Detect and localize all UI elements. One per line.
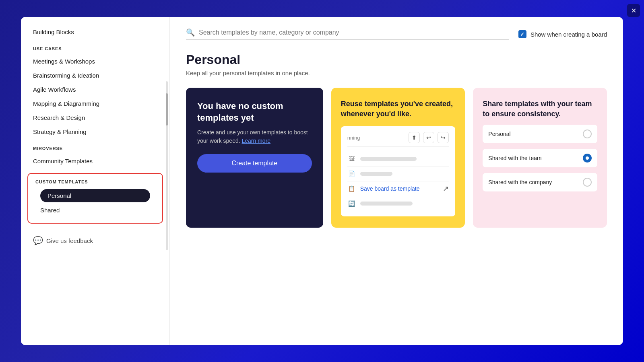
learn-more-link[interactable]: Learn more bbox=[242, 138, 271, 144]
sidebar-item-meetings[interactable]: Meetings & Workshops bbox=[21, 54, 169, 68]
custom-templates-label: CUSTOM TEMPLATES bbox=[34, 179, 157, 188]
card-dark-title: You have no custom templates yet bbox=[197, 101, 312, 123]
sidebar-item-building-blocks[interactable]: Building Blocks bbox=[21, 25, 169, 39]
feedback-icon: 💬 bbox=[33, 236, 43, 245]
cards-row: You have no custom templates yet Create … bbox=[186, 88, 607, 228]
cursor-indicator: ↗ bbox=[443, 184, 449, 193]
card-dark-desc: Create and use your own templates to boo… bbox=[197, 128, 312, 145]
radio-shared-team[interactable]: Shared with the team bbox=[483, 149, 597, 167]
radio-shared-company[interactable]: Shared with the company bbox=[483, 173, 597, 191]
sidebar-item-community[interactable]: Community Templates bbox=[21, 154, 169, 168]
sidebar-item-mapping[interactable]: Mapping & Diagramming bbox=[21, 97, 169, 111]
card-yellow-inner: nning ⬆ ↩ ↪ 🖼 📄 bbox=[341, 126, 456, 216]
scrollbar-track[interactable] bbox=[166, 81, 168, 250]
search-icon: 🔍 bbox=[186, 28, 195, 37]
sidebar-item-strategy[interactable]: Strategy & Planning bbox=[21, 125, 169, 139]
page-subtitle: Keep all your personal templates in one … bbox=[186, 70, 607, 76]
card-yellow-title: Reuse templates you've created, whenever… bbox=[341, 99, 456, 119]
sidebar-item-shared[interactable]: Shared bbox=[34, 203, 157, 217]
feedback-button[interactable]: 💬 Give us feedback bbox=[21, 228, 169, 253]
sidebar-item-research[interactable]: Research & Design bbox=[21, 111, 169, 125]
page-title: Personal bbox=[186, 52, 607, 67]
board-row-1: 🖼 bbox=[347, 152, 449, 167]
table-icon: 📋 bbox=[347, 184, 356, 193]
sidebar-item-brainstorming[interactable]: Brainstorming & Ideation bbox=[21, 68, 169, 82]
toolbar-redo-btn[interactable]: ↪ bbox=[438, 132, 449, 143]
pdf-icon: 📄 bbox=[347, 169, 356, 178]
close-button[interactable]: ✕ bbox=[627, 4, 640, 17]
sidebar: Building Blocks USE CASES Meetings & Wor… bbox=[21, 17, 170, 345]
radio-shared-company-label: Shared with the company bbox=[488, 179, 578, 185]
show-checkbox[interactable] bbox=[518, 30, 526, 38]
sidebar-item-agile[interactable]: Agile Workflows bbox=[21, 82, 169, 97]
search-wrapper: 🔍 bbox=[186, 28, 509, 40]
scrollbar-thumb bbox=[166, 93, 168, 125]
main-content: 🔍 Show when creating a board Personal Ke… bbox=[170, 17, 623, 345]
search-input[interactable] bbox=[199, 29, 509, 36]
create-template-button[interactable]: Create template bbox=[197, 154, 312, 173]
radio-personal-circle[interactable] bbox=[583, 130, 592, 138]
search-bar-row: 🔍 Show when creating a board bbox=[170, 17, 623, 48]
card-share-templates: Share templates with your team to ensure… bbox=[473, 88, 607, 228]
toolbar-undo-btn[interactable]: ↩ bbox=[423, 132, 434, 143]
board-toolbar: nning ⬆ ↩ ↪ bbox=[347, 132, 449, 147]
radio-shared-team-label: Shared with the team bbox=[488, 155, 578, 161]
radio-shared-team-circle[interactable] bbox=[583, 154, 592, 162]
card-no-templates: You have no custom templates yet Create … bbox=[186, 88, 323, 228]
card-pink-title: Share templates with your team to ensure… bbox=[483, 99, 597, 119]
board-row-3[interactable]: 📋 Save board as template ↗ bbox=[347, 181, 449, 196]
main-modal: Building Blocks USE CASES Meetings & Wor… bbox=[21, 17, 623, 345]
refresh-icon: 🔄 bbox=[347, 199, 356, 208]
toolbar-upload-btn[interactable]: ⬆ bbox=[409, 132, 420, 143]
radio-shared-company-circle[interactable] bbox=[583, 178, 592, 187]
bar-4 bbox=[360, 202, 413, 206]
radio-personal[interactable]: Personal bbox=[483, 125, 597, 143]
radio-personal-label: Personal bbox=[488, 131, 578, 137]
bar-1 bbox=[360, 157, 417, 161]
sidebar-item-personal[interactable]: Personal bbox=[40, 189, 150, 202]
save-board-link[interactable]: Save board as template bbox=[360, 185, 439, 192]
board-row-2: 📄 bbox=[347, 167, 449, 181]
board-row-4: 🔄 bbox=[347, 196, 449, 211]
content-area: Personal Keep all your personal template… bbox=[170, 48, 623, 345]
show-checkbox-label[interactable]: Show when creating a board bbox=[518, 30, 607, 38]
toolbar-label: nning bbox=[347, 135, 406, 141]
miroverse-section-label: MIROVERSE bbox=[21, 139, 169, 154]
bar-2 bbox=[360, 172, 392, 176]
custom-templates-box: CUSTOM TEMPLATES Personal Shared bbox=[27, 173, 163, 224]
card-reuse-templates: Reuse templates you've created, whenever… bbox=[331, 88, 465, 228]
use-cases-section-label: USE CASES bbox=[21, 39, 169, 54]
image-icon: 🖼 bbox=[347, 154, 356, 163]
